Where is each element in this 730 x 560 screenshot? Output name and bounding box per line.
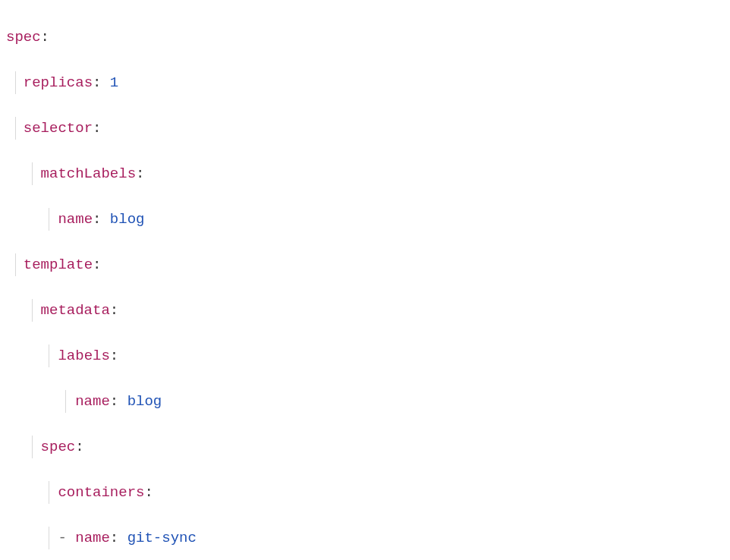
yaml-key: name xyxy=(75,393,110,410)
code-line: matchLabels: xyxy=(6,162,724,185)
yaml-key: containers xyxy=(58,484,144,501)
yaml-key: spec xyxy=(41,439,76,455)
code-line: metadata: xyxy=(6,299,724,322)
yaml-key: selector xyxy=(24,120,93,137)
yaml-code-block: spec: replicas: 1 selector: matchLabels:… xyxy=(6,3,724,560)
code-line: name: blog xyxy=(6,390,724,413)
code-line: template: xyxy=(6,253,724,276)
yaml-key: replicas xyxy=(24,74,93,91)
code-line: - name: git-sync xyxy=(6,527,724,549)
yaml-key: template xyxy=(24,256,93,273)
yaml-value: blog xyxy=(110,211,145,228)
code-line: name: blog xyxy=(6,208,724,231)
yaml-key: labels xyxy=(58,348,109,364)
yaml-key: matchLabels xyxy=(41,165,136,182)
dash-icon: - xyxy=(58,530,66,546)
yaml-key: name xyxy=(75,530,110,546)
code-line: containers: xyxy=(6,481,724,504)
yaml-key: name xyxy=(58,211,93,228)
code-line: selector: xyxy=(6,117,724,140)
colon: : xyxy=(41,29,49,46)
code-line: spec: xyxy=(6,26,724,49)
code-line: spec: xyxy=(6,436,724,458)
yaml-key: spec xyxy=(6,29,41,46)
yaml-key: metadata xyxy=(41,302,110,319)
code-line: labels: xyxy=(6,344,724,367)
yaml-value: git-sync xyxy=(127,530,197,546)
code-line: replicas: 1 xyxy=(6,71,724,94)
yaml-value: blog xyxy=(127,393,162,410)
yaml-value: 1 xyxy=(110,74,118,91)
